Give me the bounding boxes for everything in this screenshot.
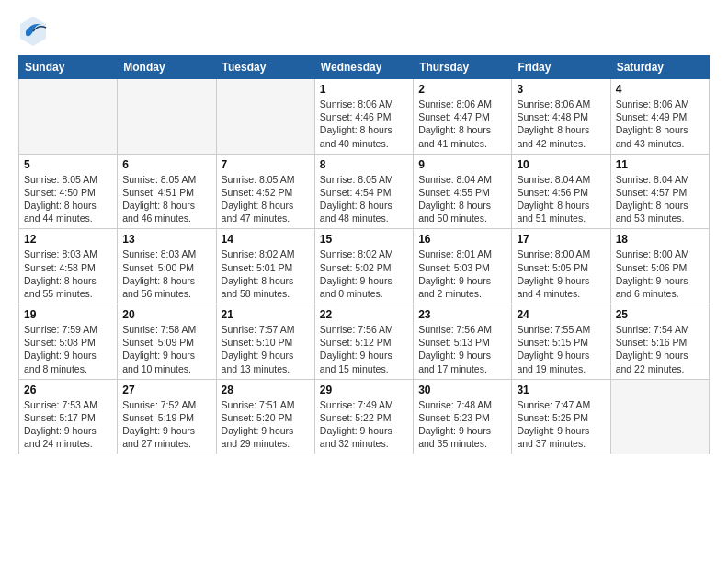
calendar-cell: 16Sunrise: 8:01 AMSunset: 5:03 PMDayligh… bbox=[414, 229, 512, 304]
calendar-week-row: 5Sunrise: 8:05 AMSunset: 4:50 PMDaylight… bbox=[19, 154, 710, 229]
day-info: Sunrise: 8:02 AMSunset: 5:01 PMDaylight:… bbox=[222, 247, 310, 300]
day-number: 21 bbox=[222, 308, 310, 321]
weekday-header-sunday: Sunday bbox=[19, 56, 118, 79]
calendar-cell bbox=[118, 79, 216, 155]
day-info: Sunrise: 7:59 AMSunset: 5:08 PMDaylight:… bbox=[24, 323, 112, 375]
day-info: Sunrise: 7:49 AMSunset: 5:22 PMDaylight:… bbox=[320, 398, 408, 451]
calendar-cell bbox=[610, 379, 709, 454]
day-info: Sunrise: 8:05 AMSunset: 4:54 PMDaylight:… bbox=[320, 173, 408, 225]
weekday-header-thursday: Thursday bbox=[414, 56, 512, 79]
day-info: Sunrise: 8:06 AMSunset: 4:49 PMDaylight:… bbox=[616, 98, 704, 150]
calendar-week-row: 12Sunrise: 8:03 AMSunset: 4:58 PMDayligh… bbox=[19, 229, 710, 304]
day-info: Sunrise: 8:03 AMSunset: 4:58 PMDaylight:… bbox=[24, 247, 112, 300]
day-info: Sunrise: 8:05 AMSunset: 4:51 PMDaylight:… bbox=[122, 173, 210, 225]
calendar-header-row: SundayMondayTuesdayWednesdayThursdayFrid… bbox=[19, 56, 710, 79]
day-number: 18 bbox=[616, 233, 704, 246]
calendar-cell: 1Sunrise: 8:06 AMSunset: 4:46 PMDaylight… bbox=[314, 79, 413, 155]
calendar-cell: 8Sunrise: 8:05 AMSunset: 4:54 PMDaylight… bbox=[314, 154, 413, 229]
day-info: Sunrise: 8:02 AMSunset: 5:02 PMDaylight:… bbox=[320, 247, 408, 300]
day-number: 27 bbox=[122, 384, 210, 396]
calendar-cell: 7Sunrise: 8:05 AMSunset: 4:52 PMDaylight… bbox=[216, 154, 314, 229]
day-info: Sunrise: 8:01 AMSunset: 5:03 PMDaylight:… bbox=[418, 247, 506, 300]
calendar-cell: 19Sunrise: 7:59 AMSunset: 5:08 PMDayligh… bbox=[19, 304, 118, 380]
day-info: Sunrise: 7:58 AMSunset: 5:09 PMDaylight:… bbox=[122, 323, 210, 375]
day-number: 19 bbox=[24, 308, 112, 321]
day-number: 29 bbox=[320, 384, 408, 396]
day-number: 12 bbox=[24, 233, 112, 246]
calendar-cell: 20Sunrise: 7:58 AMSunset: 5:09 PMDayligh… bbox=[118, 304, 216, 380]
calendar-cell: 24Sunrise: 7:55 AMSunset: 5:15 PMDayligh… bbox=[512, 304, 610, 380]
day-info: Sunrise: 8:04 AMSunset: 4:56 PMDaylight:… bbox=[517, 173, 605, 225]
day-number: 28 bbox=[222, 384, 310, 396]
day-info: Sunrise: 8:00 AMSunset: 5:05 PMDaylight:… bbox=[517, 247, 605, 300]
day-info: Sunrise: 8:04 AMSunset: 4:55 PMDaylight:… bbox=[418, 173, 506, 225]
day-info: Sunrise: 8:06 AMSunset: 4:48 PMDaylight:… bbox=[517, 98, 605, 150]
calendar-cell: 17Sunrise: 8:00 AMSunset: 5:05 PMDayligh… bbox=[512, 229, 610, 304]
day-number: 13 bbox=[122, 233, 210, 246]
weekday-header-friday: Friday bbox=[512, 56, 610, 79]
calendar-cell: 23Sunrise: 7:56 AMSunset: 5:13 PMDayligh… bbox=[414, 304, 512, 380]
page: SundayMondayTuesdayWednesdayThursdayFrid… bbox=[0, 0, 728, 563]
day-number: 3 bbox=[517, 83, 605, 96]
day-number: 10 bbox=[517, 158, 605, 171]
calendar-cell: 3Sunrise: 8:06 AMSunset: 4:48 PMDaylight… bbox=[512, 79, 610, 155]
calendar-cell: 31Sunrise: 7:47 AMSunset: 5:25 PMDayligh… bbox=[512, 379, 610, 454]
day-info: Sunrise: 7:55 AMSunset: 5:15 PMDaylight:… bbox=[517, 323, 605, 375]
day-number: 26 bbox=[24, 384, 112, 396]
calendar-week-row: 26Sunrise: 7:53 AMSunset: 5:17 PMDayligh… bbox=[19, 379, 710, 454]
day-number: 11 bbox=[616, 158, 704, 171]
calendar-cell: 22Sunrise: 7:56 AMSunset: 5:12 PMDayligh… bbox=[314, 304, 413, 380]
day-info: Sunrise: 8:05 AMSunset: 4:52 PMDaylight:… bbox=[222, 173, 310, 225]
day-info: Sunrise: 7:57 AMSunset: 5:10 PMDaylight:… bbox=[222, 323, 310, 375]
calendar-cell: 2Sunrise: 8:06 AMSunset: 4:47 PMDaylight… bbox=[414, 79, 512, 155]
day-info: Sunrise: 7:48 AMSunset: 5:23 PMDaylight:… bbox=[418, 398, 506, 451]
weekday-header-saturday: Saturday bbox=[610, 56, 709, 79]
calendar-cell: 5Sunrise: 8:05 AMSunset: 4:50 PMDaylight… bbox=[19, 154, 118, 229]
calendar-cell: 10Sunrise: 8:04 AMSunset: 4:56 PMDayligh… bbox=[512, 154, 610, 229]
weekday-header-monday: Monday bbox=[118, 56, 216, 79]
calendar-cell: 27Sunrise: 7:52 AMSunset: 5:19 PMDayligh… bbox=[118, 379, 216, 454]
day-info: Sunrise: 8:03 AMSunset: 5:00 PMDaylight:… bbox=[122, 247, 210, 300]
logo bbox=[18, 15, 51, 48]
calendar-cell: 6Sunrise: 8:05 AMSunset: 4:51 PMDaylight… bbox=[118, 154, 216, 229]
day-number: 5 bbox=[24, 158, 112, 171]
calendar-cell: 18Sunrise: 8:00 AMSunset: 5:06 PMDayligh… bbox=[610, 229, 709, 304]
calendar-cell bbox=[216, 79, 314, 155]
logo-icon bbox=[18, 15, 48, 48]
day-number: 24 bbox=[517, 308, 605, 321]
day-info: Sunrise: 8:00 AMSunset: 5:06 PMDaylight:… bbox=[616, 247, 704, 300]
calendar-cell: 14Sunrise: 8:02 AMSunset: 5:01 PMDayligh… bbox=[216, 229, 314, 304]
calendar-cell: 4Sunrise: 8:06 AMSunset: 4:49 PMDaylight… bbox=[610, 79, 709, 155]
calendar-table: SundayMondayTuesdayWednesdayThursdayFrid… bbox=[18, 55, 710, 454]
day-info: Sunrise: 8:05 AMSunset: 4:50 PMDaylight:… bbox=[24, 173, 112, 225]
calendar-cell: 21Sunrise: 7:57 AMSunset: 5:10 PMDayligh… bbox=[216, 304, 314, 380]
calendar-cell: 28Sunrise: 7:51 AMSunset: 5:20 PMDayligh… bbox=[216, 379, 314, 454]
day-number: 4 bbox=[616, 83, 704, 96]
day-info: Sunrise: 7:56 AMSunset: 5:13 PMDaylight:… bbox=[418, 323, 506, 375]
day-number: 17 bbox=[517, 233, 605, 246]
calendar-cell: 30Sunrise: 7:48 AMSunset: 5:23 PMDayligh… bbox=[414, 379, 512, 454]
day-number: 30 bbox=[418, 384, 506, 396]
day-info: Sunrise: 7:54 AMSunset: 5:16 PMDaylight:… bbox=[616, 323, 704, 375]
day-info: Sunrise: 7:51 AMSunset: 5:20 PMDaylight:… bbox=[222, 398, 310, 451]
day-number: 31 bbox=[517, 384, 605, 396]
day-number: 1 bbox=[320, 83, 408, 96]
day-number: 9 bbox=[418, 158, 506, 171]
day-number: 15 bbox=[320, 233, 408, 246]
calendar-cell: 13Sunrise: 8:03 AMSunset: 5:00 PMDayligh… bbox=[118, 229, 216, 304]
day-number: 8 bbox=[320, 158, 408, 171]
calendar-week-row: 19Sunrise: 7:59 AMSunset: 5:08 PMDayligh… bbox=[19, 304, 710, 380]
day-info: Sunrise: 7:53 AMSunset: 5:17 PMDaylight:… bbox=[24, 398, 112, 451]
day-info: Sunrise: 8:06 AMSunset: 4:47 PMDaylight:… bbox=[418, 98, 506, 150]
calendar-cell: 15Sunrise: 8:02 AMSunset: 5:02 PMDayligh… bbox=[314, 229, 413, 304]
day-number: 16 bbox=[418, 233, 506, 246]
calendar-cell: 11Sunrise: 8:04 AMSunset: 4:57 PMDayligh… bbox=[610, 154, 709, 229]
calendar-week-row: 1Sunrise: 8:06 AMSunset: 4:46 PMDaylight… bbox=[19, 79, 710, 155]
calendar-cell: 25Sunrise: 7:54 AMSunset: 5:16 PMDayligh… bbox=[610, 304, 709, 380]
calendar-cell: 29Sunrise: 7:49 AMSunset: 5:22 PMDayligh… bbox=[314, 379, 413, 454]
day-info: Sunrise: 7:56 AMSunset: 5:12 PMDaylight:… bbox=[320, 323, 408, 375]
day-number: 25 bbox=[616, 308, 704, 321]
calendar-cell bbox=[19, 79, 118, 155]
day-number: 7 bbox=[222, 158, 310, 171]
day-info: Sunrise: 7:52 AMSunset: 5:19 PMDaylight:… bbox=[122, 398, 210, 451]
